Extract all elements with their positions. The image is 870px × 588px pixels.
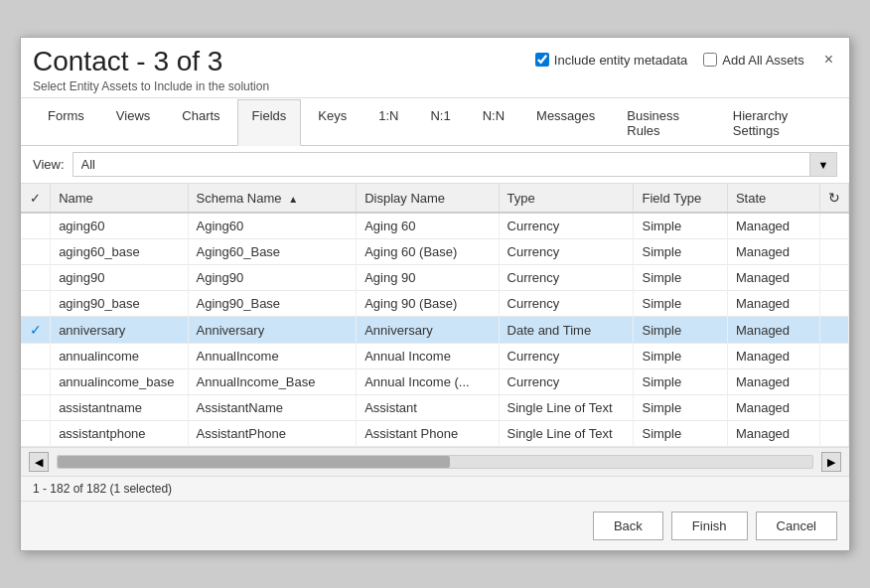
row-checkbox[interactable]: [21, 213, 51, 239]
table-container: ✓ Name Schema Name ▲ Display Name Type F…: [21, 184, 849, 448]
table-row[interactable]: ✓anniversaryAnniversaryAnniversaryDate a…: [21, 317, 849, 344]
row-checkbox[interactable]: [21, 239, 51, 265]
fields-table: ✓ Name Schema Name ▲ Display Name Type F…: [21, 184, 849, 447]
cell-action: [820, 213, 849, 239]
sort-asc-icon: ▲: [288, 194, 298, 205]
cell-name: aging90_base: [51, 291, 188, 317]
cell-name: aging60: [51, 213, 188, 239]
back-button[interactable]: Back: [593, 512, 663, 540]
cell-type: Currency: [499, 291, 634, 317]
include-metadata-label[interactable]: Include entity metadata: [535, 53, 687, 68]
cell-schema_name: Aging60_Base: [188, 239, 357, 265]
tab-messages[interactable]: Messages: [521, 99, 610, 146]
title-left: Contact - 3 of 3 Select Entity Assets to…: [33, 46, 269, 93]
row-checkbox[interactable]: [21, 395, 51, 421]
title-bar: Contact - 3 of 3 Select Entity Assets to…: [21, 38, 849, 98]
add-all-assets-checkbox[interactable]: [703, 53, 717, 67]
col-header-name[interactable]: Name: [51, 184, 188, 213]
row-checkbox[interactable]: ✓: [21, 317, 51, 344]
cell-action: [820, 265, 849, 291]
cell-field_type: Simple: [634, 317, 727, 344]
cell-type: Single Line of Text: [499, 421, 634, 447]
dialog-subtitle: Select Entity Assets to Include in the s…: [33, 79, 269, 93]
table-row[interactable]: aging60_baseAging60_BaseAging 60 (Base)C…: [21, 239, 849, 265]
tab-charts[interactable]: Charts: [167, 99, 234, 146]
cancel-button[interactable]: Cancel: [756, 512, 837, 540]
tab-n1[interactable]: N:1: [415, 99, 465, 146]
tab-views[interactable]: Views: [101, 99, 165, 146]
tab-nn[interactable]: N:N: [468, 99, 519, 146]
cell-state: Managed: [727, 239, 819, 265]
col-header-field-type[interactable]: Field Type: [634, 184, 727, 213]
row-checkbox[interactable]: [21, 369, 51, 395]
horizontal-scrollbar[interactable]: [57, 455, 813, 469]
tab-hierarchy-settings[interactable]: Hierarchy Settings: [718, 99, 835, 146]
cell-type: Currency: [499, 344, 634, 369]
row-checkbox[interactable]: [21, 421, 51, 447]
row-checkbox[interactable]: [21, 344, 51, 369]
cell-name: aging60_base: [51, 239, 188, 265]
cell-field_type: Simple: [634, 369, 727, 395]
cell-field_type: Simple: [634, 239, 727, 265]
table-row[interactable]: assistantnameAssistantNameAssistantSingl…: [21, 395, 849, 421]
check-icon: ✓: [30, 322, 42, 338]
scroll-right-button[interactable]: ▶: [821, 452, 841, 472]
cell-name: annualincome: [51, 344, 188, 369]
cell-type: Date and Time: [499, 317, 634, 344]
view-select-wrapper: All Custom Managed Unmanaged ▼: [72, 152, 837, 177]
table-row[interactable]: aging90_baseAging90_BaseAging 90 (Base)C…: [21, 291, 849, 317]
cell-action: [820, 344, 849, 369]
cell-schema_name: Aging60: [188, 213, 357, 239]
col-header-schema[interactable]: Schema Name ▲: [188, 184, 357, 213]
col-header-state[interactable]: State: [727, 184, 819, 213]
cell-state: Managed: [727, 395, 819, 421]
cell-display_name: Assistant Phone: [357, 421, 499, 447]
view-select[interactable]: All Custom Managed Unmanaged: [72, 152, 837, 177]
cell-field_type: Simple: [634, 291, 727, 317]
finish-button[interactable]: Finish: [671, 512, 748, 540]
cell-state: Managed: [727, 291, 819, 317]
scroll-left-button[interactable]: ◀: [29, 452, 49, 472]
tab-1n[interactable]: 1:N: [363, 99, 413, 146]
cell-schema_name: AnnualIncome: [188, 344, 357, 369]
cell-schema_name: Anniversary: [188, 317, 357, 344]
row-checkbox[interactable]: [21, 265, 51, 291]
cell-state: Managed: [727, 369, 819, 395]
tab-keys[interactable]: Keys: [303, 99, 362, 146]
col-header-refresh[interactable]: ↻: [820, 184, 849, 213]
cell-action: [820, 421, 849, 447]
cell-action: [820, 369, 849, 395]
refresh-icon[interactable]: ↻: [828, 190, 840, 206]
col-header-type[interactable]: Type: [499, 184, 634, 213]
table-row[interactable]: assistantphoneAssistantPhoneAssistant Ph…: [21, 421, 849, 447]
cell-schema_name: Aging90: [188, 265, 357, 291]
cell-display_name: Assistant: [357, 395, 499, 421]
add-all-assets-label[interactable]: Add All Assets: [703, 53, 803, 68]
cell-type: Currency: [499, 239, 634, 265]
tab-business-rules[interactable]: Business Rules: [612, 99, 715, 146]
cell-action: [820, 317, 849, 344]
close-button[interactable]: ×: [820, 52, 837, 68]
cell-display_name: Aging 90 (Base): [357, 291, 499, 317]
cell-state: Managed: [727, 344, 819, 369]
cell-field_type: Simple: [634, 344, 727, 369]
cell-state: Managed: [727, 213, 819, 239]
tab-forms[interactable]: Forms: [33, 99, 99, 146]
footer: Back Finish Cancel: [21, 502, 849, 550]
table-row[interactable]: aging90Aging90Aging 90CurrencySimpleMana…: [21, 265, 849, 291]
dialog-title: Contact - 3 of 3: [33, 46, 269, 77]
cell-state: Managed: [727, 265, 819, 291]
cell-state: Managed: [727, 317, 819, 344]
table-row[interactable]: aging60Aging60Aging 60CurrencySimpleMana…: [21, 213, 849, 239]
cell-type: Currency: [499, 265, 634, 291]
row-checkbox[interactable]: [21, 291, 51, 317]
tab-fields[interactable]: Fields: [237, 99, 302, 146]
col-header-display[interactable]: Display Name: [357, 184, 499, 213]
table-row[interactable]: annualincome_baseAnnualIncome_BaseAnnual…: [21, 369, 849, 395]
col-header-check[interactable]: ✓: [21, 184, 51, 213]
table-row[interactable]: annualincomeAnnualIncomeAnnual IncomeCur…: [21, 344, 849, 369]
include-metadata-checkbox[interactable]: [535, 53, 549, 67]
cell-field_type: Simple: [634, 213, 727, 239]
view-bar: View: All Custom Managed Unmanaged ▼: [21, 146, 849, 184]
title-right: Include entity metadata Add All Assets ×: [535, 52, 837, 68]
